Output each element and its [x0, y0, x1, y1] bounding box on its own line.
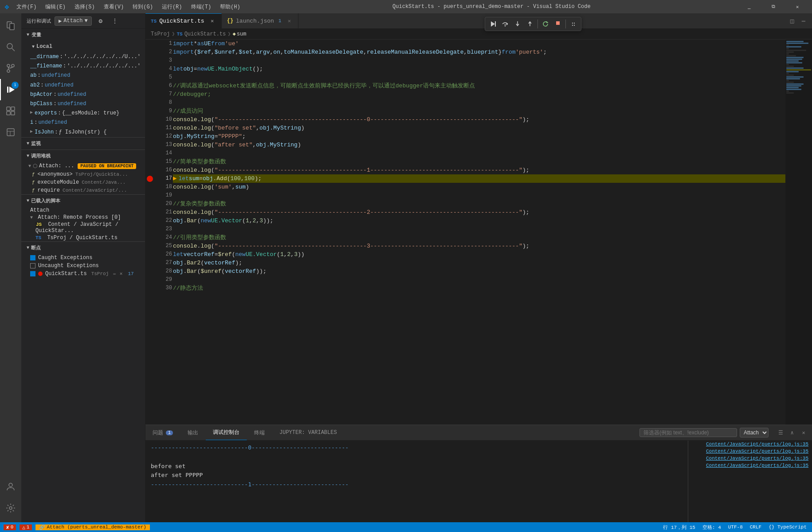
activity-explorer[interactable] — [0, 15, 21, 36]
scripts-js-quickstart[interactable]: JS Content / JavaScript / QuickStar... — [21, 221, 145, 234]
var-dirname[interactable]: __dirname : '../../../../../../U...' — [25, 52, 145, 62]
code-line-17: ▶ let sum = obj.Add(100, 100); — [173, 174, 785, 183]
cs-require[interactable]: ƒ require Content/JavaScript/... — [21, 186, 145, 194]
status-warnings[interactable]: △ 1 — [20, 524, 32, 530]
var-isjohn[interactable]: ▶ IsJohn : ƒ IsJohn(str) { — [25, 128, 145, 137]
warning-count: 1 — [27, 524, 30, 530]
breadcrumb-tsproj[interactable]: TsProj — [151, 31, 170, 37]
line-5: 5 — [154, 73, 172, 82]
status-encoding[interactable]: UTF-8 — [726, 524, 745, 530]
debug-attach-button[interactable]: ▶ Attach ▼ — [55, 16, 92, 26]
filter-input[interactable] — [639, 428, 737, 437]
sidebar-scroll[interactable]: ▼ 变量 ▼ Local __dirname : '../../../../..… — [21, 29, 145, 522]
panel-close-button[interactable]: ✕ — [799, 428, 808, 437]
call-stack-header[interactable]: ▼ 调用堆栈 — [21, 150, 145, 162]
scripts-ts-quickstart[interactable]: TS TsProj / QuickStart.ts — [21, 234, 145, 241]
cs-func3-icon: ƒ — [32, 188, 35, 193]
terminal-link-2[interactable]: Content/JavaScript/puerts/log.js:35 — [688, 448, 812, 455]
line-27: 27 — [154, 259, 172, 267]
cs-anonymous[interactable]: ƒ <anonymous> TsProj/QuickSta... — [21, 170, 145, 178]
panel-tab-problems[interactable]: 问题 1 — [145, 425, 180, 440]
var-i[interactable]: i : undefined — [25, 118, 145, 127]
tab-quickstart[interactable]: TS QuickStart.ts ✕ — [145, 13, 222, 28]
var-bpactor[interactable]: bpActor : undefined — [25, 90, 145, 99]
scripts-attach-remote[interactable]: ▼ Attach: Remote Process [0] — [21, 214, 145, 221]
activity-extensions[interactable] — [0, 100, 21, 122]
menu-select[interactable]: 选择(S) — [71, 2, 98, 12]
tab-launch-json[interactable]: {} launch.json 1 ✕ — [222, 13, 299, 28]
more-actions-button[interactable]: ⋯ — [799, 16, 808, 26]
code-content[interactable]: import * as UE from 'ue' import {$ref, $… — [171, 39, 785, 425]
code-editor[interactable]: ∷ 1 2 3 4 5 6 7 8 — [145, 39, 812, 425]
activity-pages[interactable] — [0, 122, 21, 143]
filter-dropdown[interactable]: Attach — [740, 428, 769, 437]
var-bpclass[interactable]: bpClass : undefined — [25, 99, 145, 109]
activity-search[interactable] — [0, 36, 21, 58]
bp-uncaught-checkbox[interactable] — [30, 263, 35, 268]
debug-more-button[interactable]: ⋮ — [110, 16, 120, 26]
panel-tab-terminal[interactable]: 终端 — [247, 425, 272, 440]
bp-caught[interactable]: Caught Exceptions — [21, 254, 145, 262]
menu-help[interactable]: 帮助(H) — [216, 2, 244, 12]
menu-file[interactable]: 文件(F) — [13, 2, 40, 12]
bp-uncaught[interactable]: Uncaught Exceptions — [21, 262, 145, 270]
menu-view[interactable]: 查看(V) — [100, 2, 128, 12]
window-minimize[interactable]: ⎯ — [739, 0, 760, 13]
cs-func2-icon: ƒ — [32, 180, 35, 185]
window-restore[interactable]: ⧉ — [763, 0, 784, 13]
svg-point-17 — [9, 483, 12, 487]
panel-tab-output[interactable]: 输出 — [180, 425, 206, 440]
menu-goto[interactable]: 转到(G) — [129, 2, 157, 12]
svg-point-4 — [7, 64, 10, 67]
local-header[interactable]: ▼ Local — [25, 41, 145, 52]
code-line-14 — [173, 149, 785, 158]
var-ab2[interactable]: ab2 : undefined — [25, 81, 145, 90]
warning-icon: △ — [22, 524, 25, 530]
activity-settings[interactable] — [0, 497, 21, 519]
var-exports[interactable]: ▶ exports : {__esModule: true} — [25, 109, 145, 118]
scripts-attach[interactable]: Attach — [21, 207, 145, 214]
loaded-scripts-header[interactable]: ▼ 已载入的脚本 — [21, 195, 145, 207]
terminal-output[interactable]: ----------------------------0-----------… — [145, 441, 688, 522]
bp-quickstart-checkbox[interactable] — [30, 271, 35, 276]
panel-list-view-button[interactable]: ☰ — [776, 428, 785, 437]
launch-tab-close[interactable]: ✕ — [286, 17, 293, 24]
menu-run[interactable]: 运行(R) — [158, 2, 186, 12]
cs-executemodule[interactable]: ƒ executeModule Content/Java... — [21, 178, 145, 186]
breadcrumb-sum[interactable]: ◆sum — [233, 31, 247, 37]
scripts-collapse-icon: ▼ — [27, 198, 29, 203]
jupyter-label: JUPYTER: VARIABLES — [279, 430, 337, 436]
bp-quickstart[interactable]: QuickStart.ts TsProj ✏ ✕ 17 — [21, 270, 145, 278]
status-position[interactable]: 行 17，列 15 — [661, 524, 697, 531]
status-indent[interactable]: 空格: 4 — [701, 524, 723, 531]
terminal-link-4[interactable]: Content/JavaScript/puerts/log.js:35 — [688, 462, 812, 469]
variables-header[interactable]: ▼ 变量 — [21, 29, 145, 41]
language-label: {} TypeScript — [769, 524, 807, 530]
status-errors[interactable]: ✘ 0 — [4, 524, 16, 530]
panel-tab-jupyter[interactable]: JUPYTER: VARIABLES — [272, 425, 345, 440]
activity-run-debug[interactable]: 1 — [0, 79, 21, 100]
panel-collapse-button[interactable]: ∧ — [787, 428, 797, 437]
var-ab[interactable]: ab : undefined — [25, 71, 145, 80]
cs-attach[interactable]: ▼ ⬡ Attach: ... PAUSED ON BREAKPOINT — [21, 162, 145, 170]
terminal-link-3[interactable]: Content/JavaScript/puerts/log.js:35 — [688, 455, 812, 462]
watch-header[interactable]: ▼ 监视 — [21, 138, 145, 150]
menu-terminal[interactable]: 终端(T) — [188, 2, 215, 12]
var-filename[interactable]: __filename : '../../../../../../...' — [25, 62, 145, 71]
bp-caught-checkbox[interactable] — [30, 255, 35, 260]
status-debug[interactable]: 🔗 Attach (puerts_unreal_demo-master) — [35, 524, 149, 530]
panel-tab-debug-console[interactable]: 调试控制台 — [206, 425, 247, 440]
split-editor-button[interactable]: ◫ — [787, 16, 797, 26]
code-line-19 — [173, 191, 785, 200]
activity-account[interactable] — [0, 476, 21, 497]
debug-settings-button[interactable]: ⚙ — [95, 16, 106, 26]
status-language[interactable]: {} TypeScript — [767, 524, 808, 530]
window-close[interactable]: ✕ — [787, 0, 808, 13]
menu-edit[interactable]: 编辑(E) — [42, 2, 69, 12]
breadcrumb-ts[interactable]: TSQuickStart.ts — [177, 31, 226, 37]
breakpoints-header[interactable]: ▼ 断点 — [21, 242, 145, 254]
activity-source-control[interactable] — [0, 58, 21, 79]
quickstart-tab-close[interactable]: ✕ — [209, 18, 216, 25]
status-eol[interactable]: CRLF — [748, 524, 763, 530]
terminal-link-1[interactable]: Content/JavaScript/puerts/log.js:35 — [688, 441, 812, 448]
